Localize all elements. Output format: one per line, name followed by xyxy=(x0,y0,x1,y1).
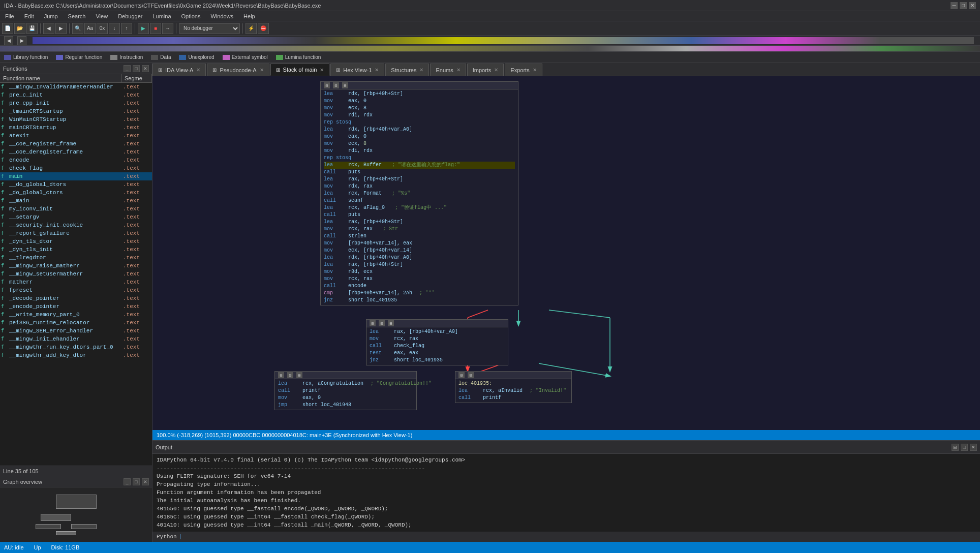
func-row-setusermatherr[interactable]: f __mingw_setusermatherr .text xyxy=(0,270,152,278)
graph-overview-maximize[interactable]: □ xyxy=(133,478,140,485)
tab-ida-close[interactable]: ✕ xyxy=(196,67,200,73)
func-row-atexit[interactable]: f atexit .text xyxy=(0,132,152,140)
maximize-button[interactable]: □ xyxy=(960,2,967,9)
exports-button[interactable]: ↑ xyxy=(121,23,132,34)
back-button[interactable]: ◀ xyxy=(43,23,54,34)
func-row-main[interactable]: f main .text xyxy=(0,172,152,180)
imports-button[interactable]: ↓ xyxy=(109,23,120,34)
new-button[interactable]: 📄 xyxy=(2,23,13,34)
tab-exports[interactable]: Exports ✕ xyxy=(505,64,542,76)
func-row-security-init[interactable]: f __security_init_cookie .text xyxy=(0,221,152,229)
functions-col-name[interactable]: Function name xyxy=(0,74,121,82)
tab-enums-close[interactable]: ✕ xyxy=(456,67,461,73)
menu-help[interactable]: Help xyxy=(241,13,257,19)
func-row-do-global-dtors[interactable]: f __do_global_dtors .text xyxy=(0,180,152,189)
func-row-init-ehandler[interactable]: f __mingw_init_ehandler .text xyxy=(0,335,152,343)
tab-pseudo-close[interactable]: ✕ xyxy=(260,67,264,73)
func-row-do-global-ctors[interactable]: f _do_global_ctors .text xyxy=(0,189,152,197)
asm-block-check[interactable]: ⊟ ⊡ ⊞ lea rax, [rbp+40h+var_A0] mov r xyxy=(366,319,508,365)
attach-button[interactable]: ⚡ xyxy=(246,23,257,34)
func-row-add-key-dtor[interactable]: f __mingwthr_add_key_dtor .text xyxy=(0,351,152,359)
search-button[interactable]: 🔍 xyxy=(72,23,83,34)
tab-structures-close[interactable]: ✕ xyxy=(419,67,423,73)
func-row-encode-pointer[interactable]: f _encode_pointer .text xyxy=(0,302,152,311)
forward-button[interactable]: ▶ xyxy=(55,23,67,34)
graph-overview-content[interactable] xyxy=(0,487,152,542)
tab-ida-view[interactable]: ⊞ IDA View-A ✕ xyxy=(152,64,206,76)
functions-close[interactable]: ✕ xyxy=(142,65,149,72)
output-content[interactable]: IDAPython 64-bit v7.4.0 final (serial 0)… xyxy=(152,454,980,532)
nav-forward[interactable]: ▶ xyxy=(17,36,26,45)
menu-view[interactable]: View xyxy=(94,13,110,19)
tab-stack-close[interactable]: ✕ xyxy=(320,67,324,73)
minimize-button[interactable]: ─ xyxy=(951,2,958,9)
func-row-coe-register[interactable]: f __coe_register_frame .text xyxy=(0,140,152,148)
stop-button[interactable]: ■ xyxy=(150,23,161,34)
graph-view[interactable]: ⊟ ⊡ ⊞ lea rdx, [rbp+40h+Str] mov eax, xyxy=(152,76,980,430)
tab-enums[interactable]: Enums ✕ xyxy=(430,64,466,76)
func-row-write-memory[interactable]: f __write_memory_part_0 .text xyxy=(0,311,152,319)
gradient-bar[interactable] xyxy=(0,46,980,52)
tab-imports[interactable]: Imports ✕ xyxy=(467,64,504,76)
func-row-tmain[interactable]: f _tmainCRTStartup .text xyxy=(0,107,152,115)
asm-block-congrats[interactable]: ⊟ ⊡ ⊞ lea rcx, aCongratulation ; "Congra… xyxy=(274,371,417,410)
run-button[interactable]: ▶ xyxy=(138,23,149,34)
functions-col-seg[interactable]: Segme xyxy=(121,74,152,82)
func-row-seh-error[interactable]: f __mingw_SEH_error_handler .text xyxy=(0,327,152,335)
tab-hex-close[interactable]: ✕ xyxy=(375,67,379,73)
menu-lumina[interactable]: Lumina xyxy=(150,13,173,19)
close-button[interactable]: ✕ xyxy=(969,2,976,9)
func-row-pre-cpp-init[interactable]: f pre_cpp_init .text xyxy=(0,99,152,107)
func-row-pei386[interactable]: f pei386_runtime_relocator .text xyxy=(0,319,152,327)
func-row-maincrt[interactable]: f mainCRTStartup .text xyxy=(0,124,152,132)
func-row-check-flag[interactable]: f check_flag .text xyxy=(0,164,152,172)
asm-block-main[interactable]: ⊟ ⊡ ⊞ lea rdx, [rbp+40h+Str] mov eax, xyxy=(320,81,518,305)
detach-button[interactable]: ⛔ xyxy=(258,23,269,34)
func-row-fpreset[interactable]: f fpreset .text xyxy=(0,286,152,294)
step-button[interactable]: → xyxy=(162,23,173,34)
menu-windows[interactable]: Windows xyxy=(208,13,235,19)
graph-overview-close[interactable]: ✕ xyxy=(142,478,149,485)
debugger-dropdown[interactable]: No debugger xyxy=(179,23,240,34)
func-row-encode[interactable]: f encode .text xyxy=(0,156,152,164)
func-row-decode-pointer[interactable]: f _decode_pointer .text xyxy=(0,294,152,302)
functions-maximize[interactable]: □ xyxy=(133,65,140,72)
menu-options[interactable]: Options xyxy=(179,13,203,19)
output-maximize[interactable]: □ xyxy=(961,444,968,451)
open-button[interactable]: 📂 xyxy=(14,23,25,34)
func-row-raise-matherr[interactable]: f __mingw_raise_matherr .text xyxy=(0,262,152,270)
func-row-report-gsfailure[interactable]: f __report_gsfailure .text xyxy=(0,229,152,237)
tab-hex-view[interactable]: ⊞ Hex View-1 ✕ xyxy=(330,64,384,76)
menu-debugger[interactable]: Debugger xyxy=(116,13,144,19)
functions-minimize[interactable]: _ xyxy=(124,65,131,72)
functions-table[interactable]: Function name Segme f __mingw_InvalidPar… xyxy=(0,74,152,466)
tab-pseudocode[interactable]: ⊞ Pseudocode-A ✕ xyxy=(207,64,269,76)
output-close[interactable]: ✕ xyxy=(970,444,977,451)
asm-block-invalid[interactable]: ⊟ ⊡ loc_401935: lea rcx, aInvalid ; "Inv… xyxy=(455,371,572,403)
tab-exports-close[interactable]: ✕ xyxy=(533,67,537,73)
save-button[interactable]: 💾 xyxy=(26,23,38,34)
func-row-dyn-tls-init[interactable]: f _dyn_tls_init .text xyxy=(0,245,152,254)
tab-imports-close[interactable]: ✕ xyxy=(494,67,498,73)
tab-stack-main[interactable]: ⊞ Stack of main ✕ xyxy=(270,64,330,76)
func-row-main-fn[interactable]: f __main .text xyxy=(0,197,152,205)
func-row-iconv-init[interactable]: f my_iconv_init .text xyxy=(0,205,152,213)
func-row-run-key-dtors[interactable]: f __mingwthr_run_key_dtors_part_0 .text xyxy=(0,343,152,351)
graph-overview-minimize[interactable]: _ xyxy=(124,478,131,485)
output-detach[interactable]: ⊞ xyxy=(952,444,959,451)
nav-back[interactable]: ◀ xyxy=(4,36,13,45)
menu-search[interactable]: Search xyxy=(66,13,88,19)
func-row-winmain[interactable]: f WinMainCRTStartup .text xyxy=(0,115,152,124)
hex-button[interactable]: 0x xyxy=(97,23,108,34)
menu-edit[interactable]: Edit xyxy=(22,13,36,19)
func-row-matherr[interactable]: f matherr .text xyxy=(0,278,152,286)
strings-button[interactable]: Aa xyxy=(84,23,96,34)
func-row-mingw-invalid[interactable]: f __mingw_InvalidParameterHandler .text xyxy=(0,83,152,91)
func-row-tlregdtor[interactable]: f __tlregdtor .text xyxy=(0,254,152,262)
menu-jump[interactable]: Jump xyxy=(42,13,60,19)
func-row-pre-c-init[interactable]: f pre_c_init .text xyxy=(0,91,152,99)
tab-structures[interactable]: Structures ✕ xyxy=(385,64,429,76)
menu-file[interactable]: File xyxy=(3,13,16,19)
func-row-dyn-tls-dtor[interactable]: f _dyn_tls_dtor .text xyxy=(0,237,152,245)
func-row-coe-deregister[interactable]: f __coe_deregister_frame .text xyxy=(0,148,152,156)
